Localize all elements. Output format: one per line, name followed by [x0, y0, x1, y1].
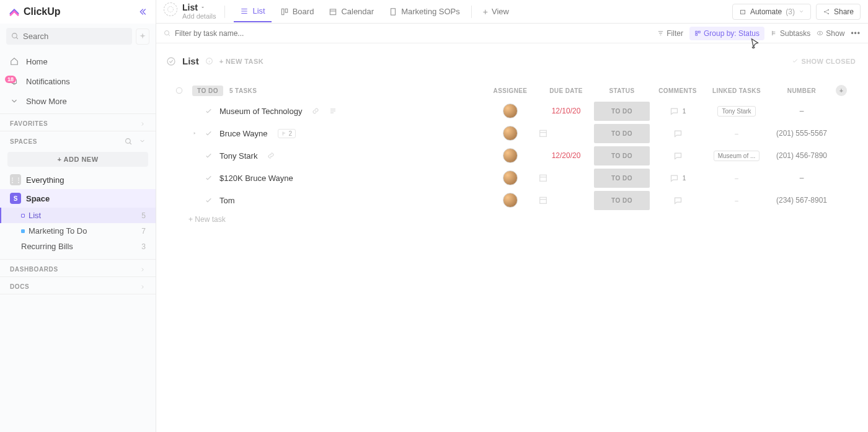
- due-date[interactable]: 12/10/20: [552, 107, 581, 115]
- new-task-button[interactable]: + NEW TASK: [219, 58, 264, 65]
- col-linked[interactable]: LINKED TASKS: [706, 87, 768, 94]
- task-name[interactable]: Tony Stark: [219, 151, 257, 161]
- groupby-button[interactable]: Group by: Status: [689, 27, 764, 40]
- due-date-empty[interactable]: [538, 173, 594, 183]
- ai-button[interactable]: [136, 29, 149, 45]
- task-row[interactable]: Tony Stark12/20/20TO DOMuseum of ...(201…: [164, 144, 861, 167]
- comments-cell[interactable]: [650, 196, 706, 205]
- assignee-avatar[interactable]: [503, 104, 518, 118]
- task-name[interactable]: Tom: [219, 196, 235, 205]
- comments-cell[interactable]: 1: [650, 174, 706, 183]
- sidebar-list-item[interactable]: Marketing To Do 7: [0, 223, 156, 239]
- svg-point-11: [828, 9, 829, 11]
- task-row[interactable]: Bruce Wayne2TO DO–(201) 555-5567: [164, 122, 861, 144]
- col-assignee[interactable]: ASSIGNEE: [482, 87, 538, 94]
- nav-home[interactable]: Home: [0, 51, 156, 71]
- task-name[interactable]: $120K Bruce Wayne: [219, 174, 293, 183]
- share-icon: [823, 8, 830, 15]
- col-number[interactable]: NUMBER: [768, 87, 836, 94]
- number-cell[interactable]: –: [800, 107, 804, 115]
- task-name[interactable]: Bruce Wayne: [219, 129, 268, 138]
- search-icon[interactable]: [125, 138, 133, 146]
- number-cell[interactable]: (201) 555-5567: [776, 129, 827, 138]
- task-row[interactable]: Museum of Technology12/10/20TO DO1Tony S…: [164, 100, 861, 122]
- tab-calendar[interactable]: Calendar: [322, 1, 380, 22]
- sidebar-list-item[interactable]: List 5: [0, 208, 156, 223]
- number-cell[interactable]: (234) 567-8901: [776, 196, 827, 205]
- calendar-icon: [329, 7, 337, 16]
- search-input[interactable]: [23, 32, 127, 41]
- select-all[interactable]: [170, 86, 188, 95]
- tab-list[interactable]: List: [234, 1, 271, 22]
- sidebar-list-item[interactable]: Recurring Bills 3: [0, 239, 156, 254]
- show-button[interactable]: Show: [817, 29, 844, 38]
- collapse-group-icon[interactable]: [166, 56, 176, 66]
- nav-notifications[interactable]: 18 Notifications: [0, 71, 156, 91]
- nav-show-more[interactable]: Show More: [0, 91, 156, 111]
- complete-toggle[interactable]: [205, 129, 213, 138]
- add-column-button[interactable]: +: [836, 85, 854, 96]
- list-subtitle[interactable]: Add details: [182, 12, 216, 20]
- filter-input[interactable]: [175, 29, 657, 38]
- status-chip[interactable]: TO DO: [594, 102, 650, 121]
- share-button[interactable]: Share: [816, 4, 861, 20]
- comment-icon: [670, 107, 679, 116]
- status-chip[interactable]: TO DO: [594, 124, 650, 143]
- search-icon: [11, 32, 19, 40]
- tab-board[interactable]: Board: [274, 1, 321, 22]
- filter-button[interactable]: Filter: [657, 29, 683, 38]
- subtasks-button[interactable]: Subtasks: [771, 29, 810, 38]
- complete-toggle[interactable]: [205, 107, 213, 115]
- status-chip[interactable]: TO DO: [594, 169, 650, 188]
- list-title[interactable]: List: [182, 2, 216, 12]
- space-everything[interactable]: ⋮⋮ Everything: [0, 170, 156, 189]
- automate-button[interactable]: Automate (3): [732, 4, 811, 20]
- assignee-avatar[interactable]: [503, 148, 518, 163]
- favorites-header[interactable]: FAVORITES: [0, 114, 156, 131]
- status-group-chip[interactable]: TO DO: [192, 86, 223, 96]
- docs-header[interactable]: DOCS: [0, 277, 156, 294]
- number-cell[interactable]: (201) 456-7890: [776, 151, 827, 160]
- task-row[interactable]: TomTO DO–(234) 567-8901: [164, 189, 861, 211]
- assignee-avatar[interactable]: [503, 193, 518, 208]
- logo[interactable]: ClickUp: [9, 6, 61, 17]
- assignee-avatar[interactable]: [503, 170, 518, 185]
- filter-input-wrap[interactable]: [164, 29, 657, 38]
- due-date[interactable]: 12/20/20: [552, 151, 581, 160]
- linked-task-pill[interactable]: Museum of ...: [714, 151, 760, 161]
- comments-cell[interactable]: [650, 129, 706, 138]
- filter-icon: [657, 30, 664, 37]
- new-task-row[interactable]: + New task: [164, 211, 861, 227]
- task-name[interactable]: Museum of Technology: [219, 107, 302, 116]
- add-new-button[interactable]: + ADD NEW: [7, 152, 148, 167]
- linked-task-pill[interactable]: Tony Stark: [717, 106, 755, 117]
- list-settings-icon[interactable]: [164, 2, 177, 16]
- dashboards-header[interactable]: DASHBOARDS: [0, 260, 156, 276]
- status-chip[interactable]: TO DO: [594, 191, 650, 210]
- search-box[interactable]: [6, 28, 132, 45]
- assignee-avatar[interactable]: [503, 126, 518, 141]
- col-comments[interactable]: COMMENTS: [650, 87, 706, 94]
- show-closed-button[interactable]: SHOW CLOSED: [792, 58, 856, 65]
- status-chip[interactable]: TO DO: [594, 146, 650, 165]
- comments-cell[interactable]: 1: [650, 107, 706, 116]
- complete-toggle[interactable]: [205, 196, 213, 205]
- expand-caret[interactable]: [192, 131, 198, 136]
- tab-doc[interactable]: Marketing SOPs: [383, 1, 466, 22]
- info-icon[interactable]: [205, 57, 213, 65]
- col-due[interactable]: DUE DATE: [538, 87, 594, 94]
- add-view-button[interactable]: + View: [477, 1, 515, 22]
- complete-toggle[interactable]: [205, 174, 213, 182]
- chevron-down-icon[interactable]: [139, 138, 146, 144]
- space-item[interactable]: S Space: [0, 189, 156, 208]
- due-date-empty[interactable]: [538, 128, 594, 138]
- more-button[interactable]: •••: [851, 29, 861, 38]
- number-cell[interactable]: –: [800, 174, 804, 182]
- complete-toggle[interactable]: [205, 151, 213, 160]
- collapse-sidebar-button[interactable]: [137, 7, 147, 17]
- due-date-empty[interactable]: [538, 195, 594, 205]
- subtask-count[interactable]: 2: [278, 129, 296, 138]
- comments-cell[interactable]: [650, 151, 706, 161]
- col-status[interactable]: STATUS: [594, 87, 650, 94]
- task-row[interactable]: $120K Bruce WayneTO DO1––: [164, 167, 861, 189]
